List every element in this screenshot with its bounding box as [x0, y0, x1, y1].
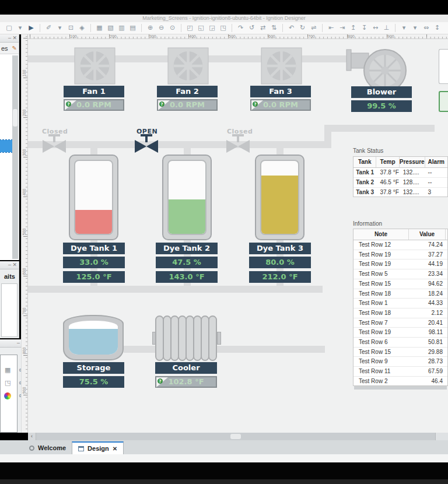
undo-icon[interactable]: ↺ — [246, 22, 257, 34]
dye-tank-2-label[interactable]: Dye Tank 2 — [156, 243, 218, 254]
scrollbar-thumb[interactable] — [13, 109, 18, 127]
selected-tree-item[interactable] — [0, 140, 12, 152]
blower-value[interactable]: 99.5 % — [351, 100, 412, 112]
cooler-label[interactable]: Cooler — [155, 362, 217, 374]
center-horizontal-icon[interactable]: ⇄ — [257, 22, 268, 34]
wrench-dropdown-caret[interactable]: ▾ — [54, 22, 65, 34]
col-temp[interactable]: Temp — [376, 157, 399, 167]
zoom-out-icon[interactable]: ⊖ — [156, 22, 167, 34]
storage-label[interactable]: Storage — [63, 362, 124, 374]
align-top-icon[interactable]: ↥ — [348, 22, 359, 34]
table-row: Test Row 650.81 — [354, 338, 447, 348]
table-scrollbar[interactable] — [354, 386, 447, 390]
zoom-in-icon[interactable]: ⊕ — [145, 22, 156, 34]
edge-status-box[interactable] — [439, 91, 448, 112]
redo-icon[interactable]: ↷ — [235, 22, 246, 34]
panel-scrollbar[interactable] — [12, 55, 18, 259]
group-icon[interactable]: ◰ — [184, 22, 195, 34]
shape-dropdown-caret[interactable]: ▾ — [398, 22, 410, 34]
tab-design[interactable]: Design ✕ — [72, 441, 124, 454]
tank-status-table[interactable]: Tank Temp Pressure Alarm Tank 137.8 °F13… — [353, 156, 448, 197]
edge-display-box[interactable] — [439, 49, 448, 84]
minimize-icon[interactable]: – — [8, 35, 11, 41]
tab-welcome[interactable]: Welcome — [23, 441, 72, 454]
fan-1-rpm-display[interactable]: ? 0.0 RPM — [64, 99, 124, 111]
browser-tree[interactable] — [0, 54, 19, 260]
align-left-icon[interactable]: ⇤ — [326, 22, 337, 34]
align-bottom-icon[interactable]: ↧ — [359, 22, 370, 34]
dye-tank-3-level[interactable]: 80.0 % — [249, 257, 311, 268]
dye-tank-1-level[interactable]: 33.0 % — [63, 257, 125, 268]
h-spacing-icon[interactable]: ⇔ — [421, 22, 432, 34]
valve-2-open-icon[interactable] — [134, 134, 159, 153]
close-icon[interactable]: ✕ — [12, 35, 17, 41]
dye-tank-3-image[interactable] — [255, 155, 304, 240]
more-dropdown-caret[interactable]: ▾ — [410, 22, 421, 34]
zoom-reset-icon[interactable]: ⊙ — [167, 22, 178, 34]
duplicate-icon[interactable]: ◳ — [218, 22, 229, 34]
cooler-image[interactable] — [155, 315, 218, 362]
horizontal-scrollbar[interactable]: ‹ — [28, 433, 448, 440]
blower-label[interactable]: Blower — [351, 86, 412, 98]
edit-pencil-icon[interactable]: ✎ — [12, 43, 17, 54]
blower-image[interactable] — [345, 46, 408, 93]
information-table[interactable]: Note Value Test Row 1274.24Test Row 1937… — [353, 229, 448, 386]
play-preview-icon[interactable]: ▶ — [26, 22, 37, 34]
flip-icon[interactable]: ⇌ — [308, 22, 319, 34]
col-pressure[interactable]: Pressure — [400, 157, 425, 167]
distribute-icon[interactable]: ↔ — [370, 22, 381, 34]
dye-tank-3-label[interactable]: Dye Tank 3 — [249, 243, 311, 254]
marquee-icon[interactable]: ▥ — [116, 22, 127, 34]
valve-1-closed-icon[interactable] — [41, 134, 67, 153]
minimize-icon[interactable]: – — [8, 262, 11, 268]
dye-tank-2-temp[interactable]: 143.0 °F — [156, 271, 218, 283]
close-icon[interactable]: ✕ — [12, 262, 17, 268]
tool-dropdown-caret[interactable]: ▾ — [15, 22, 26, 34]
align-right-icon[interactable]: ⇥ — [337, 22, 348, 34]
fan-2-label[interactable]: Fan 2 — [157, 86, 218, 97]
cooler-temp-display[interactable]: ? 102.8 °F — [155, 376, 217, 388]
dye-tank-1-label[interactable]: Dye Tank 1 — [63, 243, 125, 254]
fan-3-image[interactable] — [261, 47, 302, 85]
fan-1-image[interactable] — [74, 47, 116, 85]
color-wheel-icon[interactable] — [4, 392, 11, 399]
ruler-label: 200 — [22, 104, 26, 122]
fan-3-rpm-display[interactable]: ? 0.0 RPM — [250, 99, 311, 111]
dye-tank-1-image[interactable] — [69, 155, 118, 240]
storage-tank-image[interactable] — [63, 315, 124, 360]
paste-icon[interactable]: ◲ — [206, 22, 218, 34]
valve-3-closed-icon[interactable] — [225, 134, 251, 153]
anchor-icon[interactable]: ⊥ — [381, 22, 392, 34]
col-alarm[interactable]: Alarm — [425, 157, 447, 167]
copy-icon[interactable]: ◱ — [195, 22, 206, 34]
table-cell: 3 — [425, 188, 447, 197]
transform-icon[interactable]: ▤ — [127, 22, 138, 34]
center-vertical-icon[interactable]: ⇅ — [268, 22, 279, 34]
fan-2-rpm-display[interactable]: ? 0.0 RPM — [157, 99, 218, 111]
dye-tank-3-temp[interactable]: 212.0 °F — [249, 271, 311, 283]
component-tool-icon[interactable]: ▢ — [4, 22, 15, 34]
v-spacing-icon[interactable]: ↕ — [432, 22, 443, 34]
col-value[interactable]: Value — [409, 229, 446, 240]
dye-tank-1-temp[interactable]: 125.0 °F — [63, 271, 125, 283]
close-tab-icon[interactable]: ✕ — [113, 446, 117, 452]
design-canvas[interactable]: Fan 1 ? 0.0 RPM Fan 2 ? 0.0 RPM Fan 3 ? … — [28, 39, 448, 433]
dye-tank-2-image[interactable] — [162, 155, 212, 240]
fan-3-label[interactable]: Fan 3 — [250, 86, 311, 97]
resize-expand-icon[interactable]: ▦ — [94, 22, 105, 34]
col-note[interactable]: Note — [354, 229, 409, 240]
rotate-right-icon[interactable]: ↻ — [297, 22, 308, 34]
shield-icon[interactable]: ◈ — [76, 22, 88, 34]
fan-1-label[interactable]: Fan 1 — [64, 86, 124, 97]
scroll-left-arrow[interactable]: ‹ — [28, 433, 36, 440]
scrollbar-thumb[interactable] — [230, 434, 241, 439]
rotate-left-icon[interactable]: ↶ — [286, 22, 297, 34]
storage-level[interactable]: 75.5 % — [63, 376, 124, 388]
col-tank[interactable]: Tank — [354, 157, 376, 167]
minimize-icon[interactable]: – — [17, 340, 20, 346]
dye-tank-2-level[interactable]: 47.5 % — [156, 257, 218, 268]
fan-2-image[interactable] — [167, 47, 209, 85]
resize-shrink-icon[interactable]: ▧ — [105, 22, 116, 34]
project-properties-icon[interactable]: ⊡ — [65, 22, 76, 34]
wrench-icon[interactable]: ✐ — [43, 22, 54, 34]
